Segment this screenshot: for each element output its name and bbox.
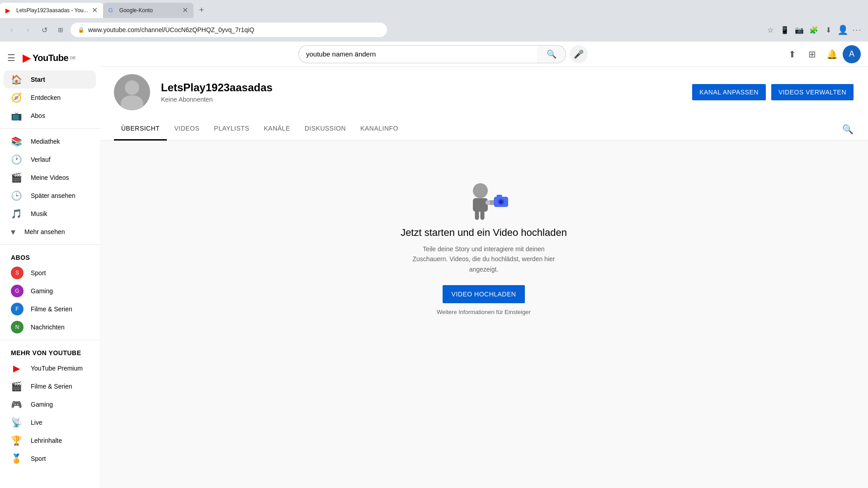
yt-logo[interactable]: ▶ YouTube DE bbox=[23, 52, 76, 64]
sidebar-item-filme[interactable]: F Filme & Serien bbox=[4, 300, 96, 318]
sidebar-item-live[interactable]: 📡 Live bbox=[4, 413, 96, 432]
sidebar-item-abos[interactable]: 📺 Abos bbox=[4, 107, 96, 125]
divider-2 bbox=[0, 244, 99, 245]
bookmark-icon[interactable]: ☆ bbox=[765, 24, 776, 35]
sidebar-item-verlauf[interactable]: 🕐 Verlauf bbox=[4, 150, 96, 169]
sidebar-item-nachrichten[interactable]: N Nachrichten bbox=[4, 318, 96, 336]
customize-channel-button[interactable]: KANAL ANPASSEN bbox=[692, 84, 766, 100]
cast-icon[interactable]: 📱 bbox=[779, 24, 790, 35]
home-button[interactable]: ⊞ bbox=[54, 23, 67, 36]
empty-title: Jetzt starten und ein Video hochladen bbox=[401, 227, 567, 239]
tab-google[interactable]: G Google-Konto ✕ bbox=[103, 3, 193, 18]
sidebar-item-sport[interactable]: S Sport bbox=[4, 264, 96, 282]
tab-diskussion[interactable]: DISKUSSION bbox=[297, 117, 353, 141]
svg-rect-4 bbox=[473, 198, 488, 212]
sidebar-label-meine-videos: Meine Videos bbox=[31, 174, 69, 181]
gaming-avatar: G bbox=[11, 285, 24, 297]
mic-button[interactable]: 🎤 bbox=[570, 45, 588, 63]
apps-button[interactable]: ⊞ bbox=[803, 45, 821, 63]
tab-kanalinfo[interactable]: KANALINFO bbox=[353, 117, 406, 141]
einsteiger-link[interactable]: Weitere Informationen für Einsteiger bbox=[437, 309, 531, 315]
lehrinhalte-label: Lehrinhalte bbox=[31, 437, 62, 444]
channel-subscribers: Keine Abonnenten bbox=[161, 96, 681, 103]
sidebar-item-gaming[interactable]: G Gaming bbox=[4, 282, 96, 300]
yt-topbar: 🔍 🎤 ⬆ ⊞ 🔔 A bbox=[99, 42, 868, 67]
svg-rect-9 bbox=[497, 195, 502, 197]
tab-youtube[interactable]: ▶ LetsPlay1923aasadas - You... ✕ bbox=[0, 3, 103, 18]
sidebar-item-mediathek[interactable]: 📚 Mediathek bbox=[4, 132, 96, 150]
channel-search-button[interactable]: 🔍 bbox=[842, 124, 854, 135]
channel-info: LetsPlay1923aasadas Keine Abonnenten bbox=[161, 81, 681, 103]
tab-bar: ▶ LetsPlay1923aasadas - You... ✕ G Googl… bbox=[0, 0, 868, 18]
forward-button[interactable]: › bbox=[22, 23, 34, 36]
history-icon: 🕐 bbox=[11, 154, 22, 165]
browser-chrome: ▶ LetsPlay1923aasadas - You... ✕ G Googl… bbox=[0, 0, 868, 42]
chevron-down-icon: ▾ bbox=[11, 226, 15, 237]
channel-header: LetsPlay1923aasadas Keine Abonnenten KAN… bbox=[99, 67, 868, 117]
sidebar-header: ☰ ▶ YouTube DE bbox=[0, 45, 99, 70]
search-area: 🔍 🎤 bbox=[107, 45, 779, 63]
new-tab-button[interactable]: + bbox=[195, 4, 208, 16]
channel-tabs: ÜBERSICHT VIDEOS PLAYLISTS KANÄLE DISKUS… bbox=[99, 117, 868, 141]
tab-close-google[interactable]: ✕ bbox=[182, 7, 188, 14]
sidebar-label-entdecken: Entdecken bbox=[31, 94, 61, 101]
menu-icon[interactable]: ··· bbox=[852, 24, 863, 35]
divider-1 bbox=[0, 128, 99, 129]
live-label: Live bbox=[31, 419, 42, 426]
user-avatar[interactable]: A bbox=[843, 45, 861, 63]
mehr-ansehen-button[interactable]: ▾ Mehr ansehen bbox=[4, 223, 96, 241]
tab-close-yt[interactable]: ✕ bbox=[92, 7, 98, 14]
sidebar-item-entdecken[interactable]: 🧭 Entdecken bbox=[4, 89, 96, 107]
nachrichten-avatar: N bbox=[11, 321, 24, 333]
sidebar-item-start[interactable]: 🏠 Start bbox=[4, 70, 96, 89]
youtube-container: ☰ ▶ YouTube DE 🏠 Start 🧭 Entdecken 📺 Abo… bbox=[0, 42, 868, 488]
sidebar-label-spaeter: Später ansehen bbox=[31, 192, 75, 199]
tab-favicon-yt: ▶ bbox=[5, 7, 13, 14]
sport2-label: Sport bbox=[31, 455, 46, 462]
sidebar-item-lehrinhalte[interactable]: 🏆 Lehrinhalte bbox=[4, 432, 96, 450]
subscriptions-icon: 📺 bbox=[11, 110, 22, 121]
sidebar-item-musik[interactable]: 🎵 Musik bbox=[4, 205, 96, 223]
yt-logo-text: YouTube bbox=[33, 53, 68, 63]
sidebar-item-sport2[interactable]: 🏅 Sport bbox=[4, 450, 96, 468]
search-button[interactable]: 🔍 bbox=[537, 45, 566, 63]
my-videos-icon: 🎬 bbox=[11, 172, 22, 183]
account-icon[interactable]: 👤 bbox=[837, 24, 848, 35]
extensions-icon[interactable]: 🧩 bbox=[808, 24, 819, 35]
abos-section-header: ABOS bbox=[0, 249, 99, 264]
tab-kanale[interactable]: KANÄLE bbox=[256, 117, 297, 141]
upload-video-button[interactable]: VIDEO HOCHLADEN bbox=[443, 285, 525, 303]
search-input[interactable] bbox=[298, 45, 537, 63]
tab-ubersicht[interactable]: ÜBERSICHT bbox=[114, 117, 167, 141]
svg-rect-10 bbox=[475, 211, 479, 220]
svg-point-3 bbox=[473, 183, 488, 198]
back-button[interactable]: ‹ bbox=[5, 23, 18, 36]
tab-videos[interactable]: VIDEOS bbox=[167, 117, 207, 141]
live-icon: 📡 bbox=[11, 417, 22, 428]
svg-rect-11 bbox=[481, 211, 485, 220]
sidebar-item-yt-premium[interactable]: ▶ YouTube Premium bbox=[4, 359, 96, 377]
sport-label: Sport bbox=[31, 269, 46, 277]
address-input[interactable]: 🔒 www.youtube.com/channel/UCocN6zQPHQZ_0… bbox=[71, 23, 387, 37]
sidebar-item-gaming2[interactable]: 🎮 Gaming bbox=[4, 395, 96, 413]
notifications-button[interactable]: 🔔 bbox=[823, 45, 841, 63]
sidebar-item-meine-videos[interactable]: 🎬 Meine Videos bbox=[4, 169, 96, 187]
channel-name: LetsPlay1923aasadas bbox=[161, 81, 681, 94]
sidebar-item-spaeter[interactable]: 🕒 Später ansehen bbox=[4, 187, 96, 205]
mehr-ansehen-label: Mehr ansehen bbox=[24, 228, 65, 235]
manage-videos-button[interactable]: VIDEOS VERWALTEN bbox=[771, 84, 854, 100]
music-icon: 🎵 bbox=[11, 208, 22, 219]
hamburger-button[interactable]: ☰ bbox=[7, 52, 15, 63]
tab-playlists[interactable]: PLAYLISTS bbox=[207, 117, 256, 141]
sidebar-item-filme-serien[interactable]: 🎬 Filme & Serien bbox=[4, 377, 96, 395]
mehr-von-yt-header: MEHR VON YOUTUBE bbox=[0, 344, 99, 359]
svg-point-1 bbox=[125, 80, 139, 95]
library-icon: 📚 bbox=[11, 136, 22, 147]
channel-actions: KANAL ANPASSEN VIDEOS VERWALTEN bbox=[692, 84, 854, 100]
movies-icon: 🎬 bbox=[11, 381, 22, 392]
screenshot-icon[interactable]: 📷 bbox=[794, 24, 805, 35]
sidebar: ☰ ▶ YouTube DE 🏠 Start 🧭 Entdecken 📺 Abo… bbox=[0, 42, 99, 488]
reload-button[interactable]: ↺ bbox=[38, 23, 51, 36]
upload-button[interactable]: ⬆ bbox=[783, 45, 801, 63]
download-icon[interactable]: ⬇ bbox=[823, 24, 834, 35]
